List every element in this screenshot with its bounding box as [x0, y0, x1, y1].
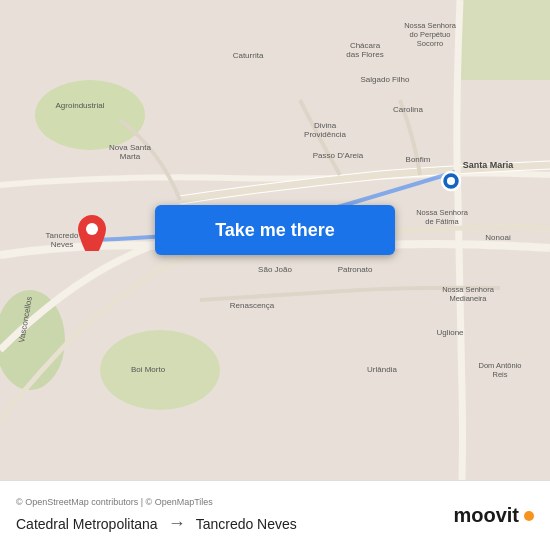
- svg-rect-4: [460, 0, 550, 80]
- destination-name: Tancredo Neves: [196, 516, 297, 532]
- svg-text:Nossa Senhora: Nossa Senhora: [442, 285, 495, 294]
- svg-point-1: [35, 80, 145, 150]
- svg-text:de Fátima: de Fátima: [425, 217, 459, 226]
- destination-dot: [440, 170, 458, 188]
- svg-text:Marta: Marta: [120, 152, 141, 161]
- svg-text:Neves: Neves: [51, 240, 74, 249]
- svg-text:Passo D'Areia: Passo D'Areia: [313, 151, 364, 160]
- arrow-icon: →: [168, 513, 186, 534]
- svg-text:Providência: Providência: [304, 130, 346, 139]
- svg-text:Salgado Filho: Salgado Filho: [361, 75, 410, 84]
- svg-text:Nossa Senhora: Nossa Senhora: [404, 21, 457, 30]
- svg-text:Nova Santa: Nova Santa: [109, 143, 151, 152]
- svg-text:Bonfim: Bonfim: [406, 155, 431, 164]
- svg-text:Chácara: Chácara: [350, 41, 381, 50]
- svg-text:Reis: Reis: [492, 370, 507, 379]
- take-me-there-button[interactable]: Take me there: [155, 205, 395, 255]
- svg-point-40: [447, 177, 455, 185]
- svg-text:Agroindustrial: Agroindustrial: [56, 101, 105, 110]
- map-container: Rua Ri... Nossa Senhora do Perpétuo Soco…: [0, 0, 550, 480]
- svg-text:Uglione: Uglione: [436, 328, 464, 337]
- bottom-info: © OpenStreetMap contributors | © OpenMap…: [16, 497, 297, 534]
- svg-text:Caturrita: Caturrita: [233, 51, 264, 60]
- attribution-text: © OpenStreetMap contributors | © OpenMap…: [16, 497, 213, 507]
- svg-text:Renascença: Renascença: [230, 301, 275, 310]
- bottom-bar: © OpenStreetMap contributors | © OpenMap…: [0, 480, 550, 550]
- svg-point-38: [86, 223, 98, 235]
- svg-text:Nossa Senhora: Nossa Senhora: [416, 208, 469, 217]
- svg-text:Urlândia: Urlândia: [367, 365, 397, 374]
- svg-text:Tancredo: Tancredo: [46, 231, 79, 240]
- origin-name: Catedral Metropolitana: [16, 516, 158, 532]
- moovit-text: moovit: [453, 504, 519, 527]
- svg-text:Boi Morto: Boi Morto: [131, 365, 166, 374]
- svg-text:do Perpétuo: do Perpétuo: [410, 30, 451, 39]
- location-pin: [78, 215, 106, 251]
- moovit-dot-icon: [524, 511, 534, 521]
- svg-text:Patronato: Patronato: [338, 265, 373, 274]
- svg-text:Socorro: Socorro: [417, 39, 443, 48]
- moovit-logo: moovit: [453, 504, 534, 527]
- svg-text:Divina: Divina: [314, 121, 337, 130]
- svg-text:Dom Antônio: Dom Antônio: [479, 361, 522, 370]
- svg-text:Nonoai: Nonoai: [485, 233, 511, 242]
- svg-text:Carolina: Carolina: [393, 105, 423, 114]
- svg-text:Santa Maria: Santa Maria: [463, 160, 515, 170]
- svg-text:São João: São João: [258, 265, 292, 274]
- svg-text:das Flores: das Flores: [346, 50, 383, 59]
- route-info: Catedral Metropolitana → Tancredo Neves: [16, 513, 297, 534]
- svg-text:Medianeira: Medianeira: [449, 294, 487, 303]
